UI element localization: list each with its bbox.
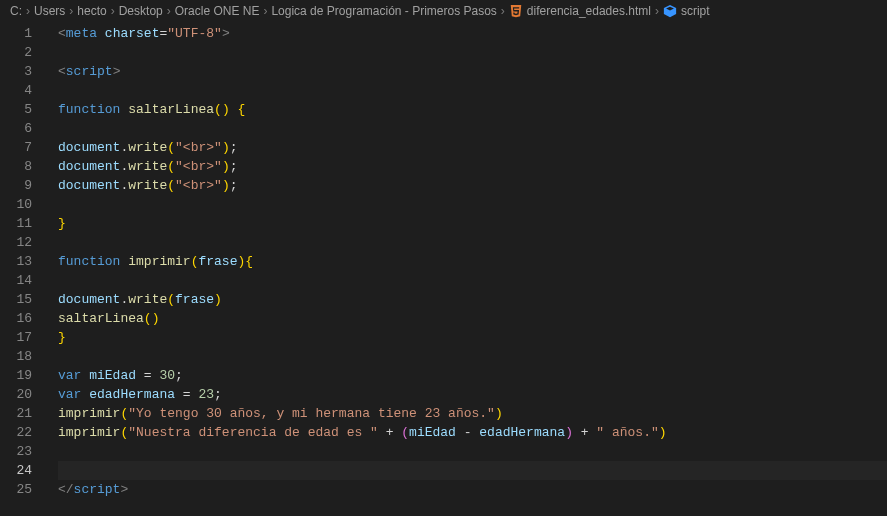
code-line[interactable]: document.write("<br>"); bbox=[58, 176, 887, 195]
code-line[interactable]: } bbox=[58, 214, 887, 233]
chevron-right-icon: › bbox=[501, 4, 505, 18]
code-line[interactable]: document.write(frase) bbox=[58, 290, 887, 309]
code-line[interactable]: imprimir("Nuestra diferencia de edad es … bbox=[58, 423, 887, 442]
breadcrumb-segment[interactable]: Oracle ONE NE bbox=[175, 4, 260, 18]
line-number: 3 bbox=[0, 62, 46, 81]
code-line[interactable]: </script> bbox=[58, 480, 887, 499]
chevron-right-icon: › bbox=[263, 4, 267, 18]
code-line[interactable]: document.write("<br>"); bbox=[58, 138, 887, 157]
breadcrumb-segment[interactable]: script bbox=[681, 4, 710, 18]
breadcrumb-segment[interactable]: Logica de Programación - Primeros Pasos bbox=[271, 4, 496, 18]
code-line[interactable] bbox=[58, 442, 887, 461]
line-number: 7 bbox=[0, 138, 46, 157]
code-line[interactable] bbox=[58, 119, 887, 138]
line-number: 14 bbox=[0, 271, 46, 290]
line-number: 15 bbox=[0, 290, 46, 309]
code-line[interactable]: function imprimir(frase){ bbox=[58, 252, 887, 271]
line-number: 25 bbox=[0, 480, 46, 499]
line-number: 22 bbox=[0, 423, 46, 442]
code-line[interactable] bbox=[58, 347, 887, 366]
code-line[interactable]: var miEdad = 30; bbox=[58, 366, 887, 385]
line-number: 2 bbox=[0, 43, 46, 62]
line-number: 23 bbox=[0, 442, 46, 461]
chevron-right-icon: › bbox=[111, 4, 115, 18]
chevron-right-icon: › bbox=[655, 4, 659, 18]
chevron-right-icon: › bbox=[26, 4, 30, 18]
line-number: 9 bbox=[0, 176, 46, 195]
html-file-icon bbox=[509, 4, 523, 18]
breadcrumb-segment[interactable]: C: bbox=[10, 4, 22, 18]
line-number: 10 bbox=[0, 195, 46, 214]
code-line[interactable]: var edadHermana = 23; bbox=[58, 385, 887, 404]
code-line[interactable] bbox=[58, 271, 887, 290]
code-line[interactable] bbox=[58, 195, 887, 214]
code-line[interactable]: } bbox=[58, 328, 887, 347]
line-number: 19 bbox=[0, 366, 46, 385]
breadcrumb-segment[interactable]: hecto bbox=[77, 4, 106, 18]
line-number: 12 bbox=[0, 233, 46, 252]
chevron-right-icon: › bbox=[69, 4, 73, 18]
line-number: 1 bbox=[0, 24, 46, 43]
breadcrumb-segment[interactable]: diferencia_edades.html bbox=[527, 4, 651, 18]
code-area[interactable]: <meta charset="UTF-8"><script>function s… bbox=[46, 22, 887, 499]
line-number: 17 bbox=[0, 328, 46, 347]
chevron-right-icon: › bbox=[167, 4, 171, 18]
line-number: 8 bbox=[0, 157, 46, 176]
code-line[interactable]: imprimir("Yo tengo 30 años, y mi hermana… bbox=[58, 404, 887, 423]
line-number: 24 bbox=[0, 461, 46, 480]
line-number: 20 bbox=[0, 385, 46, 404]
code-line[interactable]: function saltarLinea() { bbox=[58, 100, 887, 119]
code-line[interactable]: <script> bbox=[58, 62, 887, 81]
breadcrumb-segment[interactable]: Desktop bbox=[119, 4, 163, 18]
line-number: 13 bbox=[0, 252, 46, 271]
line-number: 18 bbox=[0, 347, 46, 366]
line-number: 11 bbox=[0, 214, 46, 233]
symbol-icon bbox=[663, 4, 677, 18]
breadcrumb-segment[interactable]: Users bbox=[34, 4, 65, 18]
code-line[interactable] bbox=[58, 43, 887, 62]
code-line[interactable] bbox=[58, 81, 887, 100]
code-line[interactable]: document.write("<br>"); bbox=[58, 157, 887, 176]
line-number: 21 bbox=[0, 404, 46, 423]
code-line[interactable]: saltarLinea() bbox=[58, 309, 887, 328]
line-number-gutter: 1234567891011121314151617181920212223242… bbox=[0, 22, 46, 499]
code-line[interactable] bbox=[58, 461, 887, 480]
code-editor[interactable]: 1234567891011121314151617181920212223242… bbox=[0, 22, 887, 499]
line-number: 5 bbox=[0, 100, 46, 119]
line-number: 6 bbox=[0, 119, 46, 138]
breadcrumb[interactable]: C: › Users › hecto › Desktop › Oracle ON… bbox=[0, 0, 887, 22]
code-line[interactable]: <meta charset="UTF-8"> bbox=[58, 24, 887, 43]
line-number: 16 bbox=[0, 309, 46, 328]
line-number: 4 bbox=[0, 81, 46, 100]
code-line[interactable] bbox=[58, 233, 887, 252]
